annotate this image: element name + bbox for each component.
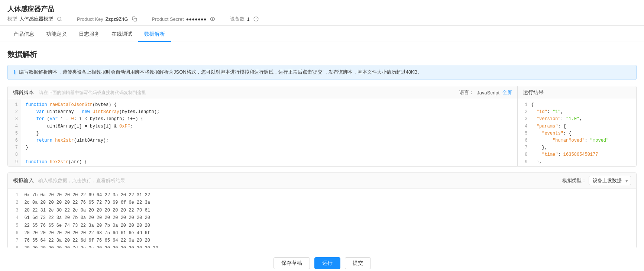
run-button[interactable]: 运行 <box>314 257 340 269</box>
product-title: 人体感应器产品 <box>7 4 637 13</box>
simulate-placeholder: 输入模拟数据，点击执行，查看解析结果 <box>38 177 125 184</box>
fullscreen-link[interactable]: 全屏 <box>502 89 512 96</box>
result-line-numbers: 12345 67891011 <box>522 101 527 164</box>
hex-data[interactable]: 12345 678910 111213 0x 7b 0a 20 20 20 20… <box>8 188 636 248</box>
save-draft-button[interactable]: 保存草稿 <box>274 257 310 269</box>
reveal-secret-icon[interactable] <box>210 16 215 22</box>
editor-area: 编辑脚本 请在下面的编辑器中编写代码或直接将代码复制到这里 语言： JavaSc… <box>7 86 637 167</box>
page-title: 数据解析 <box>7 49 637 59</box>
simulate-title: 模拟输入 <box>13 177 34 184</box>
result-content: 12345 67891011 { "id": "1", "version": "… <box>518 99 636 166</box>
result-header: 运行结果 <box>518 86 636 99</box>
simulate-type-select[interactable]: 设备上发数据 设备下发数据 <box>589 176 631 185</box>
product-secret-value: ●●●●●●● <box>186 16 207 22</box>
device-count-info-icon[interactable] <box>253 16 259 22</box>
editor-title: 编辑脚本 <box>13 89 34 95</box>
tab-log-service[interactable]: 日志服务 <box>73 27 106 42</box>
result-json: { "id": "1", "version": "1.0", "params":… <box>531 101 636 164</box>
model-label: 模型 <box>7 16 17 22</box>
model-name: 人体感应器模型 <box>19 16 53 22</box>
tabs-bar: 产品信息 功能定义 日志服务 在线调试 数据解析 <box>0 27 644 42</box>
simulate-type-label: 模拟类型： <box>562 177 586 184</box>
tab-data-parse[interactable]: 数据解析 <box>138 27 171 42</box>
info-banner: ℹ 编写数据解析脚本，透传类设备上报数据时会自动调用脚本将数据解析为JSON格式… <box>7 65 637 80</box>
device-count-label: 设备数 <box>230 16 245 22</box>
tab-product-info[interactable]: 产品信息 <box>7 27 40 42</box>
product-key-label: Product Key <box>77 16 103 22</box>
simulate-header: 模拟输入 输入模拟数据，点击执行，查看解析结果 模拟类型： 设备上发数据 设备下… <box>8 173 636 188</box>
svg-point-0 <box>58 17 61 20</box>
svg-rect-2 <box>134 18 137 21</box>
hex-line-numbers: 12345 678910 111213 <box>13 191 18 245</box>
model-meta: 模型 人体感应器模型 <box>7 16 62 22</box>
tab-online-debug[interactable]: 在线调试 <box>106 27 138 42</box>
submit-button[interactable]: 提交 <box>345 257 371 269</box>
language-label: 语言： <box>459 89 474 96</box>
editor-line-numbers: 12345 678910 11121314 <box>8 99 21 166</box>
product-secret-meta: Product Secret ●●●●●●● <box>152 16 216 22</box>
language-value: JavaScript <box>477 90 499 96</box>
product-secret-label: Product Secret <box>152 16 184 22</box>
editor-placeholder: 请在下面的编辑器中编写代码或直接将代码复制到这里 <box>39 90 146 95</box>
copy-key-icon[interactable] <box>132 16 137 22</box>
product-key-meta: Product Key Zzpz9Z4G <box>77 16 137 22</box>
svg-point-3 <box>212 18 214 20</box>
code-content[interactable]: function rawDataToJsonStr(bytes) { var u… <box>21 99 517 166</box>
info-banner-text: 编写数据解析脚本，透传类设备上报数据时会自动调用脚本将数据解析为JSON格式，您… <box>19 69 422 75</box>
editor-header: 编辑脚本 请在下面的编辑器中编写代码或直接将代码复制到这里 语言： JavaSc… <box>8 86 517 99</box>
info-icon: ℹ <box>14 69 16 76</box>
editor-panel: 编辑脚本 请在下面的编辑器中编写代码或直接将代码复制到这里 语言： JavaSc… <box>8 86 517 166</box>
result-panel: 运行结果 12345 67891011 { "id": "1", "versio… <box>517 86 636 166</box>
hex-content[interactable]: 0x 7b 0a 20 20 20 20 22 69 64 22 3a 20 2… <box>24 191 158 245</box>
footer-actions: 保存草稿 运行 提交 <box>7 251 637 271</box>
simulate-area: 模拟输入 输入模拟数据，点击执行，查看解析结果 模拟类型： 设备上发数据 设备下… <box>7 172 637 248</box>
product-key-value: Zzpz9Z4G <box>106 16 128 22</box>
model-search-icon[interactable] <box>57 16 62 22</box>
svg-line-1 <box>61 20 62 21</box>
code-editor[interactable]: 12345 678910 11121314 function rawDataTo… <box>8 99 517 166</box>
tab-func-define[interactable]: 功能定义 <box>40 27 73 42</box>
device-count-meta: 设备数 1 <box>230 16 258 22</box>
device-count-value: 1 <box>247 16 249 22</box>
simulate-type: 模拟类型： 设备上发数据 设备下发数据 <box>562 176 631 185</box>
simulate-type-select-wrapper[interactable]: 设备上发数据 设备下发数据 <box>589 176 631 185</box>
